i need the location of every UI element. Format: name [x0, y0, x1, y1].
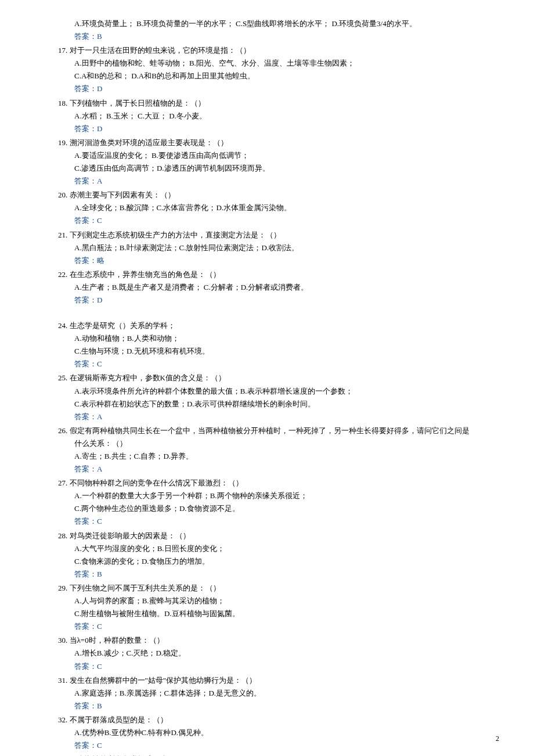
- question-stem: 28. 对鸟类迁徙影响最大的因素是：（）: [58, 530, 476, 542]
- question-options: C.渗透压由低向高调节；D.渗透压的调节机制因环境而异。: [58, 162, 476, 175]
- question-item: 32. 不属于群落成员型的是：（）A.优势种B.亚优势种C.特有种D.偶见种。答…: [58, 714, 476, 752]
- question-options: A.寄生；B.共生；C.自养；D.异养。: [58, 450, 476, 463]
- question-answer: 答案：略: [58, 254, 476, 267]
- question-stem: 21. 下列测定生态系统初级生产力的方法中，直接测定方法是：（）: [58, 229, 476, 242]
- question-options: A.全球变化；B.酸沉降；C.水体富营养化；D.水体重金属污染物。: [58, 201, 476, 214]
- question-options: A.人与饲养的家畜；B.蜜蜂与其采访的植物；: [58, 595, 476, 607]
- question-item: 17. 对于一只生活在田野的蝗虫来说，它的环境是指：（）A.田野中的植物和蛇、蛙…: [58, 44, 476, 95]
- question-stem: 31. 发生在自然狮群中的一"姑母"保护其他幼狮行为是：（）: [58, 674, 476, 687]
- question-stem: 30. 当λ=0时，种群的数量：（）: [58, 634, 476, 647]
- question-answer: 答案：D: [58, 82, 476, 95]
- question-item: 28. 对鸟类迁徙影响最大的因素是：（）A.大气平均湿度的变化；B.日照长度的变…: [58, 530, 476, 581]
- question-item: 19. 溯河洄游鱼类对环境的适应最主要表现是：（）A.要适应温度的变化； B.要…: [58, 136, 476, 188]
- question-item: 22. 在生态系统中，异养生物充当的角色是：（）A.生产者；B.既是生产者又是消…: [58, 268, 476, 307]
- question-stem: 20. 赤潮主要与下列因素有关：（）: [58, 189, 476, 201]
- question-item: 21. 下列测定生态系统初级生产力的方法中，直接测定方法是：（）A.黑白瓶法；B…: [58, 229, 476, 267]
- question-options: C.表示种群在初始状态下的数量；D.表示可供种群继续增长的剩余时间。: [58, 398, 476, 411]
- question-answer: 答案：C: [58, 620, 476, 633]
- question-answer: 答案：B: [58, 700, 476, 712]
- question-answer: 答案：B: [58, 30, 476, 43]
- page-number: 2: [496, 733, 499, 744]
- question-stem: 29. 下列生物之间不属于互利共生关系的是：（）: [58, 582, 476, 595]
- question-item: A.环境负荷量上； B.环境负荷量的一半的水平； C.S型曲线即将增长的水平； …: [58, 17, 476, 43]
- question-options: C.A和B的总和； D.A和B的总和再加上田里其他蝗虫。: [58, 70, 476, 82]
- question-answer: 答案：C: [58, 739, 476, 752]
- question-options: A.动物和植物；B.人类和动物；: [58, 332, 476, 345]
- question-options: A.增长B.减少；C.灭绝；D.稳定。: [58, 647, 476, 660]
- question-options: A.一个种群的数量大大多于另一个种群；B.两个物种的亲缘关系很近；: [58, 489, 476, 502]
- question-item: 27. 不同物种种群之间的竞争在什么情况下最激烈：（）A.一个种群的数量大大多于…: [58, 477, 476, 528]
- question-options: C.两个物种生态位的重迭最多；D.食物资源不足。: [58, 502, 476, 515]
- question-item: 30. 当λ=0时，种群的数量：（）A.增长B.减少；C.灭绝；D.稳定。答案：…: [58, 634, 476, 672]
- question-item: 33. 一个湖泊的所有鱼类组成一个：（）A.种群；B.群落；C.一个生态系统；D…: [58, 753, 476, 756]
- question-answer: 答案：D: [58, 294, 476, 307]
- question-answer: 答案：A: [58, 463, 476, 476]
- question-answer: 答案：C: [58, 214, 476, 227]
- question-item: 24. 生态学是研究（）关系的学科；A.动物和植物；B.人类和动物；C.生物与环…: [58, 319, 476, 370]
- question-answer: 答案：D: [58, 123, 476, 135]
- question-options: C.生物与环境；D.无机环境和有机环境。: [58, 345, 476, 358]
- question-item: 31. 发生在自然狮群中的一"姑母"保护其他幼狮行为是：（）A.家庭选择；B.亲…: [58, 674, 476, 712]
- question-options: A.生产者；B.既是生产者又是消费者； C.分解者；D.分解者或消费者。: [58, 281, 476, 294]
- question-stem: 22. 在生态系统中，异养生物充当的角色是：（）: [58, 268, 476, 281]
- question-options: A.水稻； B.玉米； C.大豆； D.冬小麦。: [58, 110, 476, 123]
- question-answer: 答案：C: [58, 515, 476, 528]
- question-options: A.家庭选择；B.亲属选择；C.群体选择；D.是无意义的。: [58, 687, 476, 700]
- question-stem: 24. 生态学是研究（）关系的学科；: [58, 319, 476, 332]
- question-item: 18. 下列植物中，属于长日照植物的是：（）A.水稻； B.玉米； C.大豆； …: [58, 97, 476, 135]
- question-item: 29. 下列生物之间不属于互利共生关系的是：（）A.人与饲养的家畜；B.蜜蜂与其…: [58, 582, 476, 633]
- question-stem: 33. 一个湖泊的所有鱼类组成一个：（）: [58, 753, 476, 756]
- question-answer: 答案：A: [58, 175, 476, 188]
- question-answer: 答案：C: [58, 358, 476, 370]
- question-options: A.黑白瓶法；B.叶绿素测定法；C.放射性同位素测定法；D.收割法。: [58, 242, 476, 254]
- question-item: 25. 在逻辑斯蒂克方程中，参数K值的含义是：（）A.表示环境条件所允许的种群个…: [58, 372, 476, 423]
- question-list: A.环境负荷量上； B.环境负荷量的一半的水平； C.S型曲线即将增长的水平； …: [58, 17, 476, 756]
- question-answer: 答案：B: [58, 568, 476, 581]
- question-stem: 18. 下列植物中，属于长日照植物的是：（）: [58, 97, 476, 110]
- question-options: A.田野中的植物和蛇、蛙等动物； B.阳光、空气、水分、温度、土壤等非生物因素；: [58, 57, 476, 70]
- question-options: A.优势种B.亚优势种C.特有种D.偶见种。: [58, 726, 476, 739]
- question-options: A.环境负荷量上； B.环境负荷量的一半的水平； C.S型曲线即将增长的水平； …: [58, 17, 476, 30]
- question-options: A.表示环境条件所允许的种群个体数量的最大值；B.表示种群增长速度的一个参数；: [58, 385, 476, 398]
- question-options: A.要适应温度的变化； B.要使渗透压由高向低调节；: [58, 149, 476, 162]
- question-stem: 27. 不同物种种群之间的竞争在什么情况下最激烈：（）: [58, 477, 476, 489]
- question-stem: 25. 在逻辑斯蒂克方程中，参数K值的含义是：（）: [58, 372, 476, 384]
- question-stem: 26. 假定有两种植物共同生长在一个盆中，当两种植物被分开种植时，一种死掉了，另…: [58, 424, 476, 450]
- question-stem: 17. 对于一只生活在田野的蝗虫来说，它的环境是指：（）: [58, 44, 476, 57]
- question-options: C.附生植物与被附生植物。D.豆科植物与固氮菌。: [58, 607, 476, 620]
- question-item: 26. 假定有两种植物共同生长在一个盆中，当两种植物被分开种植时，一种死掉了，另…: [58, 424, 476, 476]
- question-options: C.食物来源的变化；D.食物压力的增加。: [58, 555, 476, 568]
- question-stem: 32. 不属于群落成员型的是：（）: [58, 714, 476, 726]
- question-answer: 答案：A: [58, 411, 476, 423]
- question-stem: 19. 溯河洄游鱼类对环境的适应最主要表现是：（）: [58, 136, 476, 149]
- question-item: 20. 赤潮主要与下列因素有关：（）A.全球变化；B.酸沉降；C.水体富营养化；…: [58, 189, 476, 227]
- question-options: A.大气平均湿度的变化；B.日照长度的变化；: [58, 542, 476, 555]
- question-answer: 答案：C: [58, 660, 476, 673]
